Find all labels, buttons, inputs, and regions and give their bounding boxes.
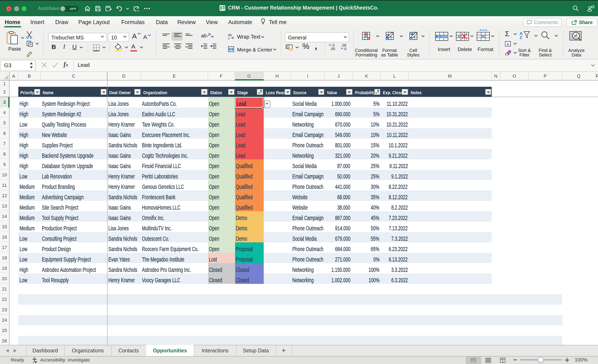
svg-text:Z: Z	[520, 35, 522, 39]
svg-text:ab: ab	[228, 33, 232, 37]
svg-text:c: c	[228, 37, 230, 40]
svg-text:.0: .0	[343, 47, 346, 51]
svg-text:.00: .00	[330, 47, 335, 51]
